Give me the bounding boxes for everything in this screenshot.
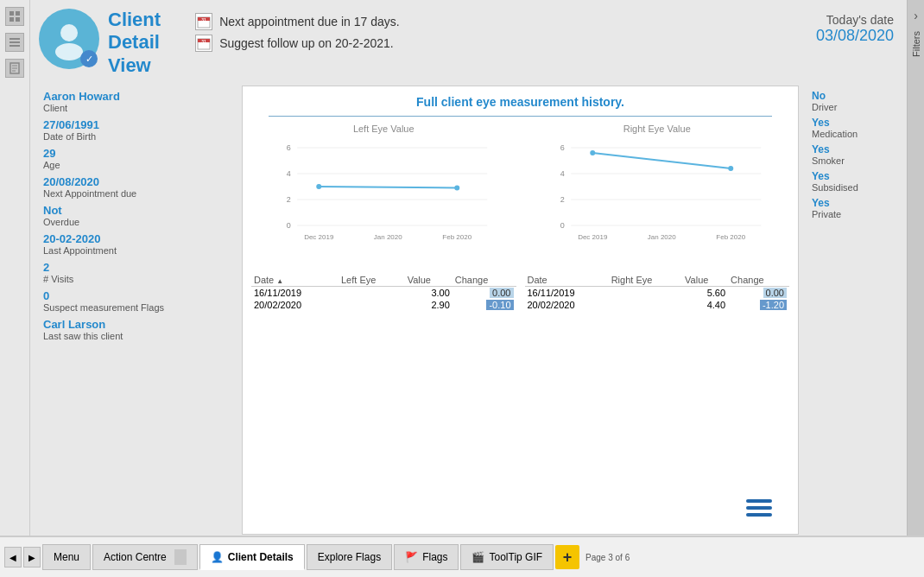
appointment-info: 31 Next appointment due in 17 days. 31 S… [195, 9, 816, 56]
svg-text:4: 4 [287, 169, 291, 178]
change-badge-neutral-r: 0.00 [763, 288, 787, 298]
subsidised-value: Yes [812, 170, 898, 182]
table-row: 16/11/2019 3.00 0.00 [251, 287, 516, 300]
svg-point-41 [728, 166, 733, 171]
header: ✓ Client Detail View 31 Next appointment… [30, 0, 907, 86]
tab-flags[interactable]: 🚩 Flags [394, 544, 459, 570]
nav-prev[interactable]: ◀ [4, 547, 22, 567]
tab-flags-icon: 🚩 [405, 551, 418, 563]
svg-text:6: 6 [560, 143, 564, 152]
collapse-icon[interactable]: › [914, 9, 918, 22]
appointment-text-2: Suggest follow up on 20-2-2021. [219, 36, 394, 50]
tab-menu[interactable]: Menu [42, 544, 91, 570]
svg-rect-5 [9, 41, 20, 43]
table-row: 20/02/2020 4.40 -1.20 [525, 299, 790, 311]
private-label: Private [812, 209, 898, 219]
add-tab-button[interactable]: + [555, 545, 579, 569]
last-appt-label: Last Appointment [43, 245, 225, 256]
svg-point-12 [55, 43, 83, 60]
medication-value: Yes [812, 117, 898, 129]
flags-value: 0 [43, 289, 225, 302]
right-date-1: 16/11/2019 [525, 287, 609, 300]
subsidised-label: Subsidised [812, 182, 898, 193]
svg-text:Dec 2019: Dec 2019 [578, 233, 608, 241]
last-appt-value: 20-02-2020 [43, 232, 225, 245]
left-col-value: Value [405, 274, 453, 287]
svg-point-40 [590, 150, 595, 155]
next-appt-value: 20/08/2020 [43, 175, 225, 188]
visits-value: 2 [43, 261, 225, 274]
sort-icon-date-left[interactable]: ▲ [276, 277, 283, 285]
client-info-panel: Aaron Howard Client 27/06/1991 Date of B… [30, 86, 237, 535]
right-col-value: Value [682, 274, 728, 287]
svg-text:0: 0 [287, 221, 291, 230]
tab-tooltip-gif[interactable]: 🎬 ToolTip GIF [460, 544, 554, 570]
right-properties-panel: No Driver Yes Medication Yes Smoker Yes … [803, 86, 907, 535]
cursor-icon [174, 549, 187, 565]
private-value: Yes [812, 197, 898, 209]
svg-text:0: 0 [560, 221, 564, 230]
right-filter-panel: › Filters [907, 0, 924, 536]
main-content: ✓ Client Detail View 31 Next appointment… [30, 0, 907, 536]
chart-title: Full client eye measurement history. [251, 95, 789, 109]
chart-area: Full client eye measurement history. Lef… [242, 86, 799, 535]
tab-client-icon: 👤 [211, 551, 224, 563]
svg-point-27 [316, 184, 321, 189]
client-name: Aaron Howard [43, 90, 225, 103]
change-badge-neg: -0.10 [486, 300, 513, 310]
tab-tooltip-label: ToolTip GIF [489, 551, 542, 563]
tab-action-centre[interactable]: Action Centre [92, 544, 198, 570]
today-date-block: Today's date 03/08/2020 [816, 9, 894, 45]
left-eye-1 [339, 287, 405, 300]
right-eye-1 [609, 287, 682, 300]
right-col-change: Change [728, 274, 789, 287]
smoker-label: Smoker [812, 155, 898, 166]
hamburger-line-3 [746, 513, 772, 517]
appointment-row-2: 31 Suggest follow up on 20-2-2021. [195, 35, 816, 52]
left-eye-chart: Left Eye Value 6 4 2 0 [251, 124, 516, 267]
nav-next[interactable]: ▶ [23, 547, 41, 567]
header-title: Client Detail View [108, 9, 161, 77]
left-eye-title: Left Eye Value [251, 124, 516, 134]
flags-label: Suspect measurement Flags [43, 302, 225, 313]
left-eye-table: Date ▲ Left Eye Value Change 16/11/2019 … [251, 274, 516, 311]
dob-label: Date of Birth [43, 131, 225, 142]
visits-label: # Visits [43, 274, 225, 284]
right-value-2: 4.40 [682, 299, 728, 311]
sidebar-icon-3[interactable] [5, 59, 24, 78]
tab-menu-label: Menu [54, 551, 79, 563]
left-value-1: 3.00 [405, 287, 453, 300]
last-saw-label: Last saw this client [43, 331, 225, 341]
today-label: Today's date [816, 13, 894, 27]
right-eye-table: Date Right Eye Value Change 16/11/2019 5… [525, 274, 790, 311]
tab-client-details[interactable]: 👤 Client Details [199, 544, 305, 570]
right-eye-title: Right Eye Value [525, 124, 790, 134]
right-eye-2 [609, 299, 682, 311]
left-col-eye: Left Eye [339, 274, 405, 287]
svg-text:Dec 2019: Dec 2019 [304, 233, 334, 241]
left-change-2: -0.10 [453, 299, 516, 311]
left-value-2: 2.90 [405, 299, 453, 311]
tab-tooltip-icon: 🎬 [471, 551, 484, 563]
table-row: 16/11/2019 5.60 0.00 [525, 287, 790, 300]
tab-client-details-label: Client Details [228, 551, 294, 563]
left-date-1: 16/11/2019 [251, 287, 339, 300]
hamburger-menu[interactable] [746, 499, 772, 517]
page-title: Client Detail View [108, 9, 161, 77]
right-col-eye: Right Eye [609, 274, 682, 287]
sidebar-icon-2[interactable] [5, 33, 24, 52]
overdue-value: Not [43, 204, 225, 217]
svg-rect-4 [9, 38, 20, 40]
filters-label[interactable]: Filters [911, 31, 921, 57]
appointment-row-1: 31 Next appointment due in 17 days. [195, 13, 816, 30]
right-change-1: 0.00 [728, 287, 789, 300]
right-change-2: -1.20 [728, 299, 789, 311]
tab-explore-flags[interactable]: Explore Flags [307, 544, 392, 570]
svg-rect-2 [9, 17, 14, 22]
hamburger-line-1 [746, 499, 772, 503]
left-eye-svg: 6 4 2 0 [251, 137, 516, 267]
right-eye-svg: 6 4 2 0 D [525, 137, 790, 267]
left-col-date: Date ▲ [251, 274, 339, 287]
sidebar-icon-1[interactable] [5, 7, 24, 26]
tab-flags-label: Flags [422, 551, 447, 563]
